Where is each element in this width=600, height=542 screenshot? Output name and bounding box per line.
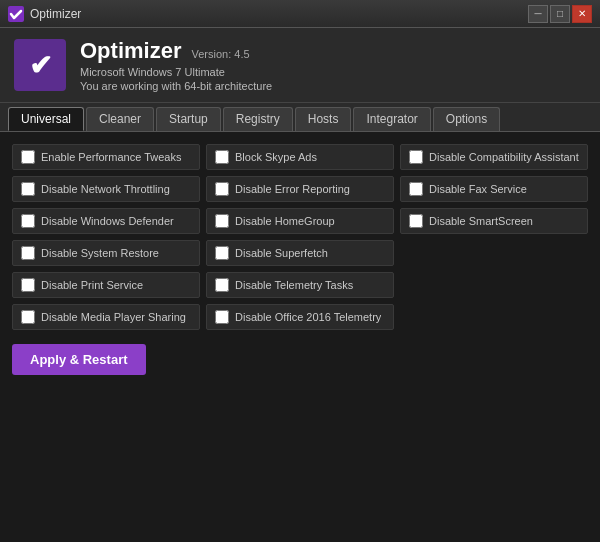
checkbox-label: Disable Network Throttling: [41, 183, 170, 195]
checkbox-input[interactable]: [215, 246, 229, 260]
checkbox-label: Disable Print Service: [41, 279, 143, 291]
checkbox-item[interactable]: Disable Superfetch: [206, 240, 394, 266]
tabs-bar: UniversalCleanerStartupRegistryHostsInte…: [0, 103, 600, 132]
checkbox-input[interactable]: [21, 278, 35, 292]
checkbox-input[interactable]: [409, 182, 423, 196]
empty-cell: [400, 304, 588, 330]
app-name: Optimizer: [80, 38, 181, 64]
tab-options[interactable]: Options: [433, 107, 500, 131]
checkbox-label: Disable Compatibility Assistant: [429, 151, 579, 163]
title-bar: Optimizer ─ □ ✕: [0, 0, 600, 28]
checkbox-input[interactable]: [215, 310, 229, 324]
checkbox-item[interactable]: Disable Print Service: [12, 272, 200, 298]
app-header: ✔ Optimizer Version: 4.5 Microsoft Windo…: [0, 28, 600, 103]
checkbox-grid: Enable Performance TweaksBlock Skype Ads…: [12, 144, 588, 330]
tab-cleaner[interactable]: Cleaner: [86, 107, 154, 131]
checkbox-item[interactable]: Disable Telemetry Tasks: [206, 272, 394, 298]
tab-hosts[interactable]: Hosts: [295, 107, 352, 131]
checkbox-label: Disable Superfetch: [235, 247, 328, 259]
checkbox-item[interactable]: Disable Media Player Sharing: [12, 304, 200, 330]
checkbox-item[interactable]: Disable Error Reporting: [206, 176, 394, 202]
system-info-line2: You are working with 64-bit architecture: [80, 80, 272, 92]
checkbox-input[interactable]: [21, 182, 35, 196]
checkbox-item[interactable]: Disable HomeGroup: [206, 208, 394, 234]
tab-registry[interactable]: Registry: [223, 107, 293, 131]
tab-universal[interactable]: Universal: [8, 107, 84, 131]
checkbox-label: Disable Telemetry Tasks: [235, 279, 353, 291]
checkbox-label: Block Skype Ads: [235, 151, 317, 163]
maximize-button[interactable]: □: [550, 5, 570, 23]
checkbox-label: Disable Windows Defender: [41, 215, 174, 227]
checkbox-label: Disable Office 2016 Telemetry: [235, 311, 381, 323]
checkbox-item[interactable]: Disable System Restore: [12, 240, 200, 266]
app-version: Version: 4.5: [191, 48, 249, 60]
checkbox-input[interactable]: [215, 278, 229, 292]
checkbox-input[interactable]: [215, 182, 229, 196]
checkbox-input[interactable]: [409, 214, 423, 228]
app-title-block: Optimizer Version: 4.5 Microsoft Windows…: [80, 38, 272, 92]
apply-restart-button[interactable]: Apply & Restart: [12, 344, 146, 375]
main-content: Enable Performance TweaksBlock Skype Ads…: [0, 132, 600, 387]
checkbox-label: Disable SmartScreen: [429, 215, 533, 227]
checkbox-item[interactable]: Disable Compatibility Assistant: [400, 144, 588, 170]
checkbox-item[interactable]: Disable Fax Service: [400, 176, 588, 202]
checkbox-label: Disable Error Reporting: [235, 183, 350, 195]
checkbox-input[interactable]: [215, 150, 229, 164]
checkbox-label: Disable HomeGroup: [235, 215, 335, 227]
checkbox-item[interactable]: Disable Office 2016 Telemetry: [206, 304, 394, 330]
checkbox-input[interactable]: [21, 150, 35, 164]
window-controls: ─ □ ✕: [528, 5, 592, 23]
system-info-line1: Microsoft Windows 7 Ultimate: [80, 66, 272, 78]
window-title: Optimizer: [30, 7, 81, 21]
checkbox-input[interactable]: [409, 150, 423, 164]
tab-startup[interactable]: Startup: [156, 107, 221, 131]
checkbox-input[interactable]: [21, 214, 35, 228]
checkbox-label: Disable Fax Service: [429, 183, 527, 195]
checkbox-item[interactable]: Block Skype Ads: [206, 144, 394, 170]
checkbox-input[interactable]: [21, 246, 35, 260]
logo-checkmark: ✔: [29, 49, 52, 82]
app-logo: ✔: [14, 39, 66, 91]
checkbox-label: Disable System Restore: [41, 247, 159, 259]
close-button[interactable]: ✕: [572, 5, 592, 23]
app-icon: [8, 6, 24, 22]
empty-cell: [400, 272, 588, 298]
checkbox-label: Disable Media Player Sharing: [41, 311, 186, 323]
checkbox-item[interactable]: Enable Performance Tweaks: [12, 144, 200, 170]
checkbox-item[interactable]: Disable Network Throttling: [12, 176, 200, 202]
checkbox-item[interactable]: Disable SmartScreen: [400, 208, 588, 234]
minimize-button[interactable]: ─: [528, 5, 548, 23]
empty-cell: [400, 240, 588, 266]
checkbox-input[interactable]: [21, 310, 35, 324]
tab-integrator[interactable]: Integrator: [353, 107, 430, 131]
checkbox-label: Enable Performance Tweaks: [41, 151, 181, 163]
checkbox-input[interactable]: [215, 214, 229, 228]
checkbox-item[interactable]: Disable Windows Defender: [12, 208, 200, 234]
